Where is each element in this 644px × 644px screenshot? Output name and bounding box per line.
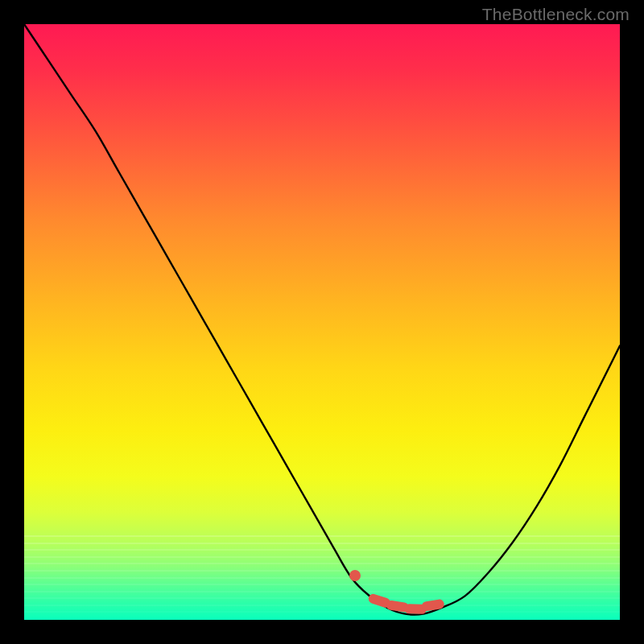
optimal-range-highlight (386, 600, 410, 613)
marker-dot (349, 570, 361, 581)
chart-frame: TheBottleneck.com (0, 0, 644, 644)
watermark-text: TheBottleneck.com (482, 5, 630, 24)
optimal-range-highlight (421, 599, 445, 612)
chart-plot-area (24, 24, 620, 620)
gradient-band-lines (24, 534, 620, 620)
bottleneck-curve (24, 24, 620, 620)
optimal-range-highlight (367, 592, 391, 609)
optimal-range-highlight (404, 604, 427, 614)
